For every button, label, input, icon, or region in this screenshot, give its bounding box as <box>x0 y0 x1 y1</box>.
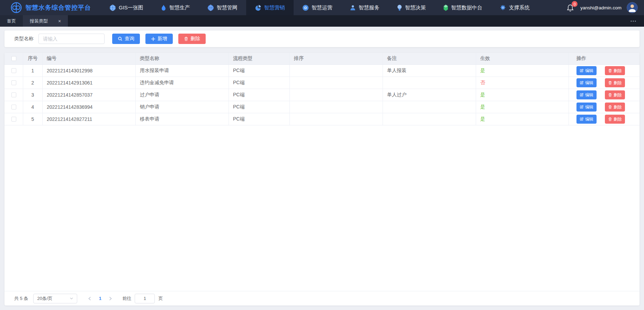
main-menu: GIS一张图 智慧生产 智慧管网 智慧营销 智慧运营 <box>101 0 538 15</box>
table-row: 5 20221214142827211 移表申请 PC端 是 编辑 删除 <box>5 113 639 125</box>
nav-label: 智慧管网 <box>217 5 238 11</box>
cell-code: 20221214142913061 <box>43 77 136 89</box>
platform-title: 智慧水务综合管控平台 <box>25 3 91 12</box>
top-navbar: 智慧水务综合管控平台 GIS一张图 智慧生产 智慧管网 智慧营销 <box>0 0 644 15</box>
edit-button[interactable]: 编辑 <box>576 66 597 75</box>
avatar[interactable] <box>627 2 638 13</box>
table-body: 1 20221214143012998 用水报装申请 PC端 单人报装 是 编辑… <box>5 65 639 125</box>
tab-install-type[interactable]: 报装类型 × <box>23 15 68 27</box>
edit-button[interactable]: 编辑 <box>576 115 597 124</box>
gear-icon <box>500 5 506 11</box>
header-select-all-cell <box>5 53 23 64</box>
column-header-sort: 排序 <box>290 53 383 64</box>
row-delete-button[interactable]: 删除 <box>605 103 625 112</box>
row-checkbox[interactable] <box>11 92 16 97</box>
cell-effective: 是 <box>476 101 569 113</box>
nav-label: 智慧数据中台 <box>451 5 482 11</box>
row-delete-button[interactable]: 删除 <box>605 78 625 87</box>
network-globe-icon <box>207 5 214 11</box>
nav-item-production[interactable]: 智慧生产 <box>152 0 199 15</box>
total-count: 共 5 条 <box>14 295 28 302</box>
table-empty-space <box>5 125 639 291</box>
edit-icon <box>580 69 584 73</box>
table-row: 3 20221214142857037 过户申请 PC端 单人过户 是 编辑 删… <box>5 89 639 101</box>
type-name-input[interactable] <box>38 34 105 44</box>
add-button[interactable]: 新增 <box>145 34 173 44</box>
cell-effective: 否 <box>476 77 569 89</box>
row-delete-button-label: 删除 <box>614 68 622 74</box>
edit-icon <box>580 93 584 97</box>
nav-item-pipenet[interactable]: 智慧管网 <box>199 0 246 15</box>
cell-index: 3 <box>23 89 43 101</box>
edit-button[interactable]: 编辑 <box>576 78 597 87</box>
select-all-checkbox[interactable] <box>11 56 16 61</box>
row-checkbox[interactable] <box>11 80 16 85</box>
cell-actions: 编辑 删除 <box>569 113 639 125</box>
row-delete-button-label: 删除 <box>614 104 622 110</box>
nav-item-decision[interactable]: 智慧决策 <box>388 0 435 15</box>
droplet-icon <box>161 5 167 11</box>
cell-flow: PC端 <box>229 113 290 125</box>
row-delete-button[interactable]: 删除 <box>605 115 625 124</box>
bulb-icon <box>397 5 402 11</box>
page-unit-label: 页 <box>158 295 163 302</box>
nav-item-service[interactable]: 智慧服务 <box>341 0 388 15</box>
column-header-index: 序号 <box>23 53 43 64</box>
page-number[interactable]: 1 <box>96 294 104 303</box>
cell-code: 20221214142827211 <box>43 113 136 125</box>
prev-page-icon[interactable] <box>86 294 94 303</box>
column-header-remark: 备注 <box>383 53 476 64</box>
search-button-label: 查询 <box>125 36 134 42</box>
delete-button[interactable]: 删除 <box>178 34 206 44</box>
cell-name: 移表申请 <box>136 113 229 125</box>
row-delete-button-label: 删除 <box>614 92 622 98</box>
cell-remark <box>383 77 476 89</box>
table-row: 2 20221214142913061 违约金减免申请 PC端 否 编辑 删除 <box>5 77 639 89</box>
cell-sort <box>290 77 383 89</box>
cell-index: 4 <box>23 101 43 113</box>
next-page-icon[interactable] <box>106 294 115 303</box>
person-icon <box>350 5 356 11</box>
row-select-cell <box>5 89 23 101</box>
trash-icon <box>608 81 612 85</box>
nav-label: GIS一张图 <box>119 5 143 11</box>
column-header-flow: 流程类型 <box>229 53 290 64</box>
tab-home[interactable]: 首页 <box>0 15 23 27</box>
nav-item-gis[interactable]: GIS一张图 <box>101 0 152 15</box>
cell-actions: 编辑 删除 <box>569 89 639 101</box>
edit-button-label: 编辑 <box>585 80 593 86</box>
edit-button[interactable]: 编辑 <box>576 90 597 99</box>
nav-item-data-center[interactable]: 智慧数据中台 <box>435 0 491 15</box>
cell-flow: PC端 <box>229 89 290 101</box>
nav-item-marketing[interactable]: 智慧营销 <box>246 0 294 15</box>
search-button[interactable]: 查询 <box>112 34 140 44</box>
brand: 智慧水务综合管控平台 <box>10 0 91 15</box>
edit-button[interactable]: 编辑 <box>576 103 597 112</box>
cell-sort <box>290 101 383 113</box>
row-delete-button[interactable]: 删除 <box>605 66 625 75</box>
user-email[interactable]: yanshi@admin.com <box>580 5 621 10</box>
cell-name: 销户申请 <box>136 101 229 113</box>
cell-name: 用水报装申请 <box>136 65 229 77</box>
row-checkbox[interactable] <box>11 117 16 122</box>
goto-page-input[interactable] <box>135 294 155 303</box>
tabs-more-icon[interactable] <box>630 15 636 27</box>
cell-actions: 编辑 删除 <box>569 101 639 113</box>
notification-bell-icon[interactable]: 0 <box>566 3 575 12</box>
nav-item-support[interactable]: 支撑系统 <box>491 0 538 15</box>
row-checkbox[interactable] <box>11 68 16 73</box>
page-size-select[interactable]: 20条/页 <box>33 294 77 303</box>
nav-label: 智慧营销 <box>264 5 285 11</box>
pagination-bar: 共 5 条 20条/页 1 前往 页 <box>5 291 639 305</box>
nav-item-operation[interactable]: 智慧运营 <box>294 0 341 15</box>
cell-flow: PC端 <box>229 77 290 89</box>
filter-toolbar: 类型名称 查询 新增 删除 <box>5 30 639 47</box>
close-icon[interactable]: × <box>58 19 61 24</box>
row-delete-button[interactable]: 删除 <box>605 90 625 99</box>
cell-effective: 是 <box>476 89 569 101</box>
cell-actions: 编辑 删除 <box>569 65 639 77</box>
edit-button-label: 编辑 <box>585 68 593 74</box>
trash-icon <box>608 105 612 109</box>
row-checkbox[interactable] <box>11 105 16 109</box>
goto-label: 前往 <box>122 295 131 302</box>
